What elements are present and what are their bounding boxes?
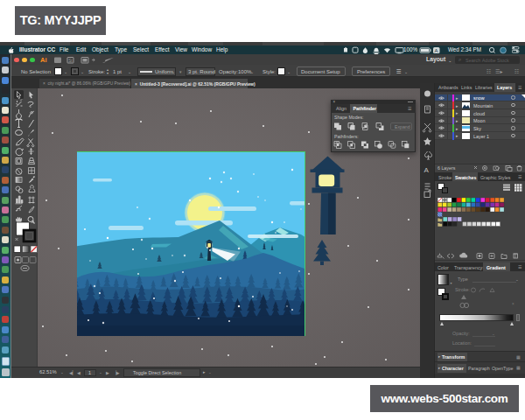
svg-text:St: St bbox=[68, 59, 73, 63]
svg-text:A: A bbox=[424, 166, 430, 174]
svg-text:A: A bbox=[435, 47, 438, 52]
